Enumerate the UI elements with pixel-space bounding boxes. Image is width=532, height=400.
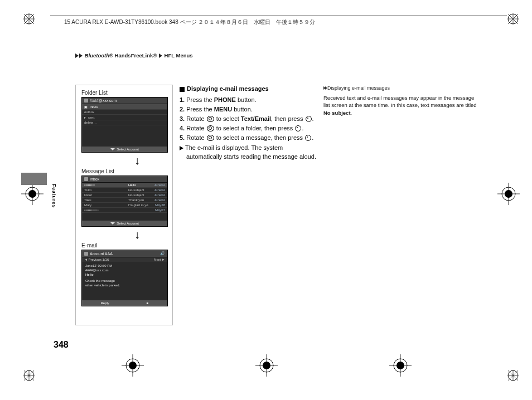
section-heading: Displaying e-mail messages — [180, 85, 318, 94]
triangle-icon — [180, 146, 183, 150]
pager: ◄ Previous 1/16Next ► — [82, 257, 167, 262]
folder-title: Inbox — [90, 177, 99, 181]
folder-name: Inbox — [90, 105, 98, 109]
email-from: ####@xxx.com — [85, 269, 164, 273]
screenshot-panel: Folder List ####@xxx.com ▣ Inbox outbox … — [75, 85, 173, 325]
account-icon — [84, 99, 88, 103]
table-row: TakuThank youJune02 — [82, 198, 167, 203]
instruction-steps: Displaying e-mail messages 1. Press the … — [180, 85, 318, 162]
registration-mark-icon — [122, 354, 144, 377]
breadcrumb-part: HFL Menus — [165, 52, 193, 58]
crop-mark-icon — [21, 368, 37, 383]
manual-page: 15 ACURA RLX E-AWD-31TY36100.book 348 ペー… — [0, 0, 532, 400]
next-button: Next ► — [154, 258, 165, 261]
triangle-icon — [159, 53, 162, 58]
step-item: 4. Rotate to select a folder, then press… — [180, 124, 318, 133]
step-item: 5. Rotate to select a message, then pres… — [180, 134, 318, 143]
table-row: ▪▪▪▪▪▪▫▫▫▫▫▫May07 — [82, 208, 167, 213]
rotary-knob-icon — [207, 125, 214, 131]
breadcrumb-part: Bluetooth — [85, 52, 109, 58]
registration-mark-icon — [21, 183, 43, 205]
footer-button: Select Account — [82, 221, 167, 226]
folder-name: sent — [88, 116, 94, 119]
table-row: ▪▪▪▪▪▪▫▫▫HelloJune02 — [82, 183, 167, 188]
prev-button: ◄ Previous 1/16 — [84, 258, 109, 261]
list-item: delete… — [82, 120, 167, 125]
note-body: Received text and e-mail messages may ap… — [323, 94, 480, 116]
page-number: 348 — [54, 340, 69, 350]
step-result: The e-mail is displayed. The system auto… — [180, 144, 318, 162]
folder-name: delete… — [84, 121, 96, 124]
step-item: 2. Press the MENU button. — [180, 105, 318, 114]
reply-button: Reply — [101, 301, 109, 305]
note-heading: Displaying e-mail messages — [323, 85, 480, 92]
email-screenshot: Account AAA🔊 ◄ Previous 1/16Next ► June1… — [81, 250, 168, 306]
rotary-knob-icon — [207, 135, 214, 141]
crop-mark-icon — [21, 11, 37, 27]
folder-name: outbox — [84, 110, 94, 114]
side-tab — [21, 173, 47, 185]
email-date: June12' 02:50 PM — [85, 264, 164, 269]
header-line: 15 ACURA RLX E-AWD-31TY36100.book 348 ペー… — [64, 18, 315, 26]
registration-mark-icon — [389, 354, 412, 377]
account-name: Account AAA — [90, 252, 113, 256]
arrow-down-icon: ↓ — [132, 155, 143, 166]
table-row: PeterNo subjectJune02 — [82, 193, 167, 198]
registration-mark-icon — [255, 354, 278, 377]
table-row: YukoNo subjectJune02 — [82, 188, 167, 193]
email-actions: Reply ■ — [82, 300, 167, 306]
arrow-down-icon: ↓ — [132, 229, 143, 240]
crop-mark-icon — [505, 11, 521, 27]
rotary-knob-icon — [207, 116, 214, 122]
press-knob-icon — [305, 135, 311, 141]
step-item: 1. Press the PHONE button. — [180, 96, 318, 105]
status-icon: 🔊 — [160, 251, 165, 256]
shot-title: E-mail — [81, 242, 167, 248]
reg-mark: ® — [153, 52, 157, 58]
email-body: June12' 02:50 PM ####@xxx.com Hello Chec… — [82, 262, 167, 290]
footer-button: Select Account — [82, 147, 167, 152]
list-item: outbox — [82, 110, 167, 115]
folder-list-screenshot: ####@xxx.com ▣ Inbox outbox ▸ sent delet… — [81, 97, 168, 153]
email-subject: Hello — [85, 273, 164, 277]
email-text: when vehicle is parked. — [85, 284, 164, 288]
square-bullet-icon — [180, 87, 185, 92]
press-knob-icon — [295, 125, 301, 131]
account-icon — [84, 252, 88, 256]
list-item: ▣ Inbox — [82, 104, 167, 110]
folder-icon — [84, 177, 88, 181]
breadcrumb: Bluetooth® HandsFreeLink® HFL Menus — [75, 52, 193, 58]
breadcrumb-part: HandsFreeLink — [113, 52, 153, 58]
shot-title: Folder List — [81, 90, 167, 96]
reg-mark: ® — [109, 52, 113, 58]
crop-mark-icon — [505, 368, 521, 383]
email-text: Check the message — [85, 279, 164, 284]
section-label: Features — [51, 184, 57, 208]
stop-button: ■ — [147, 301, 149, 305]
message-list-screenshot: Inbox ▪▪▪▪▪▪▫▫▫HelloJune02 YukoNo subjec… — [81, 175, 168, 227]
step-item: 3. Rotate to select Text/Email, then pre… — [180, 115, 318, 124]
header-rule — [50, 16, 507, 16]
double-triangle-icon — [323, 85, 327, 92]
triangle-icon — [79, 53, 83, 58]
account-name: ####@xxx.com — [90, 99, 117, 103]
info-note: Displaying e-mail messages Received text… — [323, 85, 480, 116]
triangle-icon — [75, 53, 79, 58]
chevron-down-icon — [110, 148, 115, 150]
press-knob-icon — [306, 116, 312, 122]
chevron-down-icon — [110, 222, 115, 225]
shot-title: Message List — [81, 168, 167, 174]
registration-mark-icon — [497, 183, 520, 205]
list-item: ▸ sent — [82, 115, 167, 120]
table-row: MaryI'm glad to youMay28 — [82, 203, 167, 208]
